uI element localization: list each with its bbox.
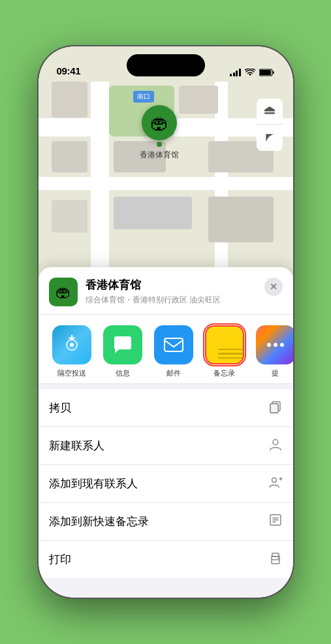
status-icons <box>230 69 275 76</box>
wifi-icon <box>245 69 255 76</box>
share-mail[interactable]: 邮件 <box>151 325 197 378</box>
share-row: 隔空投送 信息 <box>39 315 293 384</box>
pin-dot <box>157 142 162 147</box>
venue-subtitle: 综合体育馆・香港特别行政区 油尖旺区 <box>86 295 257 306</box>
airdrop-icon <box>52 325 91 364</box>
svg-point-22 <box>277 558 279 559</box>
svg-rect-1 <box>260 70 271 75</box>
map-controls <box>257 99 283 151</box>
close-button[interactable]: ✕ <box>264 278 283 296</box>
map-layers-button[interactable] <box>257 99 283 125</box>
venue-header: 🏟 香港体育馆 综合体育馆・香港特别行政区 油尖旺区 ✕ <box>39 267 293 315</box>
svg-marker-4 <box>264 106 275 110</box>
print-icon <box>268 551 283 568</box>
mail-icon <box>154 325 193 364</box>
action-print-label: 打印 <box>49 552 71 567</box>
message-label: 信息 <box>116 368 130 378</box>
action-quick-note-label: 添加到新快速备忘录 <box>49 514 149 529</box>
action-add-existing-contact[interactable]: 添加到现有联系人 <box>39 465 293 503</box>
phone-frame: 09:41 <box>39 46 293 598</box>
venue-name: 香港体育馆 <box>86 278 257 293</box>
venue-info: 香港体育馆 综合体育馆・香港特别行政区 油尖旺区 <box>86 278 257 306</box>
svg-rect-3 <box>264 112 275 114</box>
share-more[interactable]: 提 <box>253 325 293 378</box>
action-add-existing-label: 添加到现有联系人 <box>49 476 138 491</box>
share-message[interactable]: 信息 <box>100 325 146 378</box>
stadium-pin: 🏟 香港体育馆 <box>140 105 179 161</box>
new-contact-icon <box>268 437 283 455</box>
dynamic-island <box>127 54 205 76</box>
signal-icon <box>230 69 241 76</box>
map-label: 南口 <box>133 91 154 103</box>
more-label: 提 <box>272 368 279 378</box>
svg-marker-5 <box>264 132 274 142</box>
action-list: 拷贝 新建联系人 <box>39 389 293 578</box>
status-time: 09:41 <box>57 65 81 76</box>
svg-rect-8 <box>165 338 183 351</box>
action-copy[interactable]: 拷贝 <box>39 389 293 427</box>
message-icon <box>103 325 142 364</box>
venue-icon: 🏟 <box>49 278 78 306</box>
battery-icon <box>259 69 275 76</box>
more-icon <box>256 325 293 364</box>
svg-rect-21 <box>272 553 279 556</box>
action-quick-note[interactable]: 添加到新快速备忘录 <box>39 503 293 541</box>
mail-label: 邮件 <box>166 368 181 378</box>
airdrop-label: 隔空投送 <box>57 368 86 378</box>
svg-point-12 <box>273 440 278 445</box>
svg-point-7 <box>70 343 74 347</box>
svg-point-13 <box>272 478 276 483</box>
copy-icon <box>268 399 283 417</box>
share-notes[interactable]: 备忘录 <box>202 325 247 378</box>
action-new-contact[interactable]: 新建联系人 <box>39 427 293 465</box>
svg-rect-2 <box>264 110 275 112</box>
phone-screen: 09:41 <box>39 46 293 598</box>
share-airdrop[interactable]: 隔空投送 <box>49 325 95 378</box>
action-new-contact-label: 新建联系人 <box>49 438 104 453</box>
pin-circle: 🏟 <box>142 105 177 140</box>
add-existing-icon <box>268 475 283 492</box>
action-print[interactable]: 打印 <box>39 541 293 578</box>
svg-rect-11 <box>270 404 278 413</box>
bottom-sheet: 🏟 香港体育馆 综合体育馆・香港特别行政区 油尖旺区 ✕ <box>39 267 293 598</box>
pin-label: 香港体育馆 <box>140 150 179 161</box>
action-copy-label: 拷贝 <box>49 400 71 415</box>
quick-note-icon <box>268 513 283 530</box>
notes-icon <box>205 325 244 364</box>
notes-label: 备忘录 <box>213 368 235 378</box>
location-button[interactable] <box>257 125 283 151</box>
svg-rect-20 <box>272 560 279 564</box>
pin-icon: 🏟 <box>150 112 168 134</box>
